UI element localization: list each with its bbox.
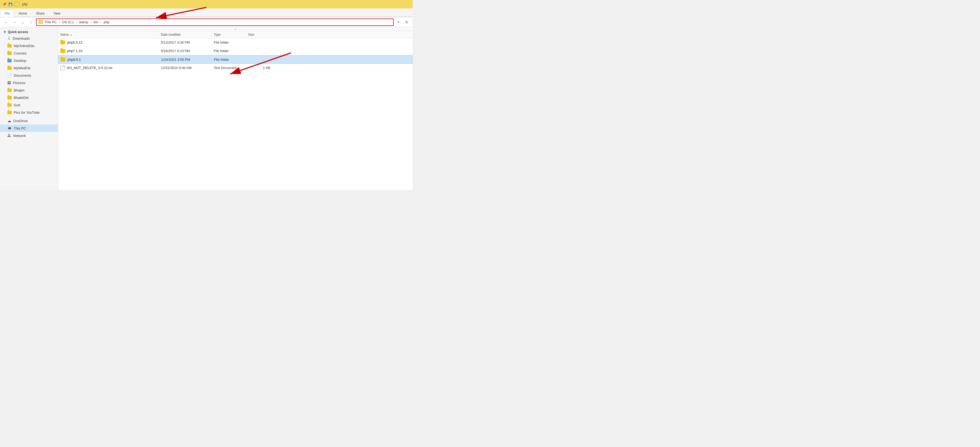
folder-icon: [7, 96, 12, 99]
file-name: php5.5.12: [67, 40, 83, 44]
address-row: ← → ⌄ ↑ This PC › OS (C:) › wamp › bin ›…: [0, 17, 413, 27]
tab-file[interactable]: File: [0, 10, 14, 17]
sidebar-item-documents[interactable]: 📄 Documents 📌: [0, 71, 58, 79]
file-type: Text Document: [214, 66, 237, 70]
desktop-folder-icon: [7, 59, 12, 62]
col-size-label: Size: [248, 33, 254, 36]
table-row[interactable]: php7.1.10 9/16/2017 6:10 PM File folder: [58, 47, 413, 55]
sidebar-item-label-myonlineedu: MyOnlineEdu: [14, 44, 34, 48]
sidebar-item-label-downloads: Downloads: [13, 36, 30, 40]
sidebar-item-courses[interactable]: Courses 📌: [0, 49, 58, 57]
file-cell-size: [246, 38, 272, 46]
file-date: 5/12/2017 4:30 PM: [161, 40, 190, 44]
sidebar-item-bhaktigiti[interactable]: BhaktiGiti: [0, 94, 58, 101]
title-bar-folder-icon: [14, 2, 19, 6]
folder-icon: [60, 49, 65, 53]
sidebar-item-thispc[interactable]: 💻 This PC: [0, 125, 58, 132]
sidebar-item-label-desktop: Desktop: [14, 59, 27, 63]
address-path-thispc: This PC: [45, 20, 57, 24]
recent-locations-button[interactable]: ⌄: [19, 19, 27, 26]
sidebar-item-label-network: Network: [13, 134, 26, 138]
file-cell-type: File folder: [212, 47, 246, 55]
quick-access-label: Quick access: [8, 30, 28, 34]
sidebar-item-label-pics-youtube: Pics for YouTube: [14, 111, 40, 114]
sidebar-item-myonlineedu[interactable]: MyOnlineEdu 📌: [0, 42, 58, 49]
sidebar-item-label-documents: Documents: [14, 73, 31, 78]
address-path-php: php: [104, 20, 110, 24]
file-cell-type: File folder: [212, 38, 246, 46]
folder-icon: [7, 44, 12, 48]
address-bar[interactable]: This PC › OS (C:) › wamp › bin › php: [36, 19, 394, 26]
folder-icon: [60, 58, 65, 62]
documents-icon: 📄: [7, 73, 12, 78]
forward-button[interactable]: →: [11, 19, 18, 26]
tab-view[interactable]: View: [49, 10, 65, 17]
pin-icon: 📌: [2, 2, 7, 6]
col-header-size[interactable]: Size: [246, 31, 272, 38]
sidebar-item-pictures[interactable]: 🖼 Pictures 📌: [0, 79, 58, 86]
sep4: ›: [100, 20, 101, 24]
quick-access-section: ✦ Quick access: [0, 28, 58, 35]
ribbon: File Home Share View: [0, 8, 413, 17]
sidebar: ✦ Quick access ⇓ Downloads 📌 MyOnlineEdu…: [0, 27, 58, 190]
tab-share[interactable]: Share: [32, 10, 49, 17]
sidebar-item-label-bhajan: Bhajan: [14, 88, 24, 92]
file-type: File folder: [214, 58, 229, 62]
file-list-header: Name ▲ Date modified Type Size: [58, 31, 413, 38]
sidebar-item-mywedpal[interactable]: MyWedPal 📌: [0, 64, 58, 71]
address-folder-icon: [39, 21, 43, 24]
sidebar-item-network[interactable]: 🖧 Network: [0, 132, 58, 139]
address-path-bin: bin: [94, 20, 98, 24]
ribbon-tabs: File Home Share View: [0, 8, 413, 17]
col-header-name[interactable]: Name ▲: [58, 31, 159, 38]
refresh-button[interactable]: ↻: [403, 19, 410, 26]
main-area: ✦ Quick access ⇓ Downloads 📌 MyOnlineEdu…: [0, 27, 413, 190]
folder-icon: [7, 111, 12, 114]
file-name: php8.0.1: [67, 58, 81, 62]
up-button[interactable]: ↑: [27, 19, 35, 26]
sidebar-item-onedrive[interactable]: ☁ OneDrive: [0, 117, 58, 125]
sidebar-item-downloads[interactable]: ⇓ Downloads 📌: [0, 35, 58, 42]
collapse-handle[interactable]: ▲: [58, 27, 413, 31]
folder-icon: [7, 52, 12, 55]
tab-home[interactable]: Home: [14, 10, 32, 17]
file-cell-date: 1/24/2021 3:55 PM: [159, 55, 212, 63]
file-name: php7.1.10: [67, 49, 83, 53]
file-cell-name: php8.0.1: [59, 55, 159, 63]
table-row[interactable]: php8.0.1 1/24/2021 3:55 PM File folder: [58, 55, 413, 64]
downloads-icon: ⇓: [7, 36, 11, 40]
col-header-type[interactable]: Type: [212, 31, 246, 38]
file-cell-size: 1 KB: [246, 64, 272, 72]
address-dropdown-button[interactable]: ▼: [395, 19, 402, 26]
sidebar-item-label-god: God: [14, 103, 21, 107]
folder-icon: [7, 103, 12, 107]
table-row[interactable]: php5.5.12 5/12/2017 4:30 PM File folder: [58, 38, 413, 47]
file-type: File folder: [214, 49, 229, 53]
file-size: 1 KB: [263, 66, 270, 70]
col-type-label: Type: [214, 33, 221, 36]
sidebar-item-label-courses: Courses: [14, 51, 27, 55]
sidebar-item-bhajan[interactable]: Bhajan: [0, 86, 58, 94]
sep1: ›: [59, 20, 60, 24]
col-header-date[interactable]: Date modified: [159, 31, 212, 38]
file-list: php5.5.12 5/12/2017 4:30 PM File folder …: [58, 38, 413, 190]
sidebar-item-label-pictures: Pictures: [13, 81, 25, 85]
file-cell-name: php5.5.12: [58, 38, 159, 46]
sep3: ›: [91, 20, 92, 24]
txt-icon: [60, 65, 65, 70]
sidebar-item-desktop[interactable]: Desktop 📌: [0, 57, 58, 64]
sidebar-item-pics-youtube[interactable]: Pics for YouTube: [0, 109, 58, 116]
address-path-osc: OS (C:): [62, 20, 74, 24]
file-date: 1/24/2021 3:55 PM: [161, 58, 190, 62]
address-path-wamp: wamp: [79, 20, 88, 24]
thispc-icon: 💻: [7, 126, 12, 130]
save-icon: 💾: [8, 2, 13, 6]
title-bar-icons: 📌 💾: [2, 2, 13, 6]
file-cell-type: File folder: [212, 55, 246, 63]
file-name: DO_NOT_DELETE_5.5.12.txt: [67, 66, 112, 70]
file-cell-size: [246, 55, 273, 63]
table-row[interactable]: DO_NOT_DELETE_5.5.12.txt 12/31/2010 9:40…: [58, 64, 413, 72]
sidebar-item-god[interactable]: God: [0, 101, 58, 109]
back-button[interactable]: ←: [2, 19, 10, 26]
file-date: 12/31/2010 9:40 AM: [161, 66, 191, 70]
